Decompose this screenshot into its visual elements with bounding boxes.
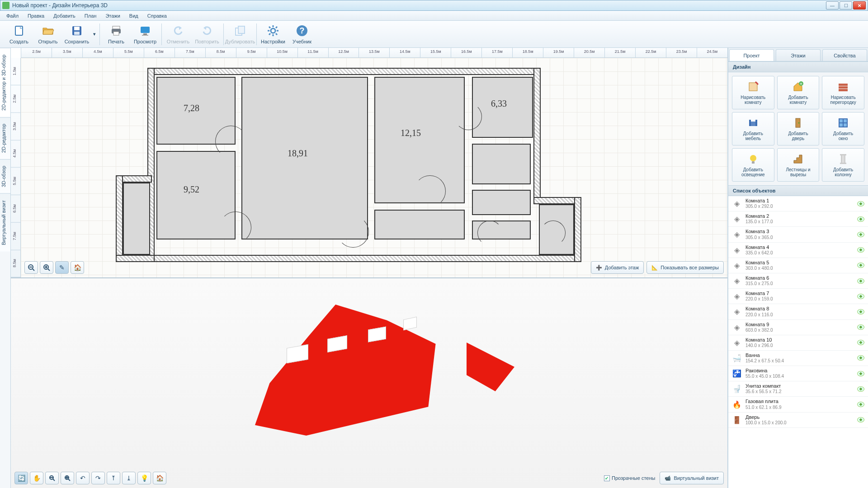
object-list[interactable]: ◈Комната 1305.0 x 292.0◈Комната 2135.0 x… [728,196,868,488]
menu-добавить[interactable]: Добавить [50,12,79,19]
design-btn-label: Нарисовать [741,95,765,100]
zoom-in-3d-button[interactable] [61,472,74,484]
visibility-eye-icon[interactable] [857,263,864,268]
design-btn-door[interactable]: Добавитьдверь [777,112,820,145]
object-name: Комната 3 [745,229,854,235]
object-list-item[interactable]: ◈Комната 3305.0 x 365.0 [728,227,868,242]
object-list-item[interactable]: 🚽Унитаз компакт35.6 x 56.5 x 71.2 [728,381,868,397]
menu-этажи[interactable]: Этажи [102,12,123,19]
object-list-item[interactable]: ◈Комната 2135.0 x 177.0 [728,211,868,227]
ruler-tick: 16.5м [451,48,481,57]
object-list-item[interactable]: ◈Комната 8220.0 x 116.0 [728,304,868,319]
svg-rect-6 [113,32,119,35]
menu-правка[interactable]: Правка [24,12,48,19]
rotate-right-button[interactable]: ↷ [91,472,105,484]
lighting-button[interactable]: 💡 [137,472,151,484]
visibility-eye-icon[interactable] [857,247,864,253]
visibility-eye-icon[interactable] [857,324,864,330]
visibility-eye-icon[interactable] [857,216,864,222]
side-tab-2[interactable]: 3D-обзор [0,159,10,193]
object-list-item[interactable]: ◈Комната 4335.0 x 642.0 [728,243,868,258]
object-list-item[interactable]: ◈Комната 9603.0 x 382.0 [728,320,868,335]
zoom-in-button[interactable] [40,261,53,274]
dropdown-arrow-icon[interactable]: ▾ [91,22,98,47]
menu-план[interactable]: План [81,12,100,19]
room[interactable] [123,183,150,255]
minimize-button[interactable]: — [826,1,839,9]
object-list-item[interactable]: ◈Комната 1305.0 x 292.0 [728,196,868,211]
side-tab-3[interactable]: Виртуальный визит [0,193,10,252]
show-dims-button[interactable]: 📐Показывать все размеры [646,261,724,274]
virtual-visit-button[interactable]: 📹Виртуальный визит [660,472,724,484]
visibility-eye-icon[interactable] [857,294,864,299]
visibility-eye-icon[interactable] [857,417,864,422]
pencil-button[interactable]: ✎ [55,261,69,274]
menu-файл[interactable]: Файл [3,12,22,19]
zoom-out-3d-button[interactable] [45,472,59,484]
object-name: Комната 1 [745,198,854,204]
toolbar-open-button[interactable]: Открыть [33,22,62,47]
zoom-out-button[interactable] [24,261,38,274]
toolbar-preview-button[interactable]: Просмотр [131,22,160,47]
toolbar-print-button[interactable]: Печать [102,22,131,47]
design-btn-window[interactable]: Добавитьокно [822,112,864,145]
object-list-item[interactable]: 🔥Газовая плита51.0 x 62.1 x 86.9 [728,397,868,412]
add-floor-button[interactable]: ➕Добавить этаж [591,261,644,274]
object-list-item[interactable]: 🚪Дверь100.0 x 15.0 x 200.0 [728,413,868,428]
object-name: Комната 7 [745,291,854,296]
right-tab-1[interactable]: Этажи [776,49,821,61]
visibility-eye-icon[interactable] [857,340,864,345]
right-tab-0[interactable]: Проект [729,49,774,61]
maximize-button[interactable]: ☐ [840,1,852,9]
design-btn-add-room[interactable]: +Добавитькомнату [777,76,820,109]
object-dims: 305.0 x 292.0 [745,204,854,209]
design-btn-furniture[interactable]: Добавитьмебель [732,112,774,145]
side-tab-1[interactable]: 2D-редактор [0,117,10,159]
design-btn-column[interactable]: Добавитьколонну [822,148,864,182]
object-list-item[interactable]: ◈Комната 6315.0 x 275.0 [728,273,868,289]
close-button[interactable]: ✕ [853,1,866,9]
side-tab-0[interactable]: 2D-редактор и 3D-обзор [0,48,10,117]
tilt-down-button[interactable]: ⤓ [122,472,136,484]
design-btn-draw-wall[interactable]: Нарисоватьперегородку [822,76,864,109]
visibility-eye-icon[interactable] [857,402,864,407]
visibility-eye-icon[interactable] [857,232,864,237]
visibility-eye-icon[interactable] [857,355,864,361]
right-tab-2[interactable]: Свойства [822,49,867,61]
object-name: Ванна [745,352,854,358]
home-3d-button[interactable]: 🏠 [153,472,166,484]
design-btn-draw-room[interactable]: Нарисоватькомнату [732,76,774,109]
visibility-eye-icon[interactable] [857,201,864,206]
menu-справка[interactable]: Справка [144,12,170,19]
svg-rect-41 [839,86,848,89]
tilt-up-button[interactable]: ⤒ [107,472,120,484]
design-btn-light[interactable]: Добавитьосвещение [732,148,774,182]
view-3d[interactable]: 🔄 ✋ ↶ ↷ ⤒ ⤓ 💡 🏠 ✔ Прозрачные стены 📹Вирт… [11,278,727,488]
menu-вид[interactable]: Вид [126,12,142,19]
checkbox-icon: ✔ [604,475,610,481]
visibility-eye-icon[interactable] [857,386,864,392]
room[interactable] [472,144,531,184]
object-list-item[interactable]: ◈Комната 7220.0 x 159.0 [728,289,868,304]
toolbar-save-button[interactable]: Сохранить [62,22,91,47]
visibility-eye-icon[interactable] [857,278,864,284]
transparent-walls-toggle[interactable]: ✔ Прозрачные стены [604,475,655,481]
visibility-eye-icon[interactable] [857,371,864,376]
canvas-2d-tools: ✎ 🏠 [24,261,84,274]
room[interactable] [374,210,465,239]
orbit-button[interactable]: 🔄 [14,472,28,484]
canvas-2d[interactable]: 7,28 18,91 12,15 6,33 9,52 [21,58,727,277]
object-list-item[interactable]: 🚰Раковина55.0 x 45.0 x 108.4 [728,366,868,381]
toolbar-help-button[interactable]: ?Учебник [288,22,316,47]
object-list-item[interactable]: ◈Комната 5303.0 x 480.0 [728,258,868,273]
pan-button[interactable]: ✋ [30,472,43,484]
room[interactable] [472,190,531,215]
object-list-item[interactable]: ◈Комната 10140.0 x 296.0 [728,335,868,351]
rotate-left-button[interactable]: ↶ [76,472,90,484]
object-list-item[interactable]: 🛁Ванна154.2 x 67.5 x 50.4 [728,351,868,366]
design-btn-stairs[interactable]: Лестницы ивырезы [777,148,820,182]
home-button[interactable]: 🏠 [71,261,84,274]
toolbar-settings-button[interactable]: Настройки [259,22,288,47]
toolbar-new-button[interactable]: Создать [5,22,33,47]
visibility-eye-icon[interactable] [857,309,864,314]
